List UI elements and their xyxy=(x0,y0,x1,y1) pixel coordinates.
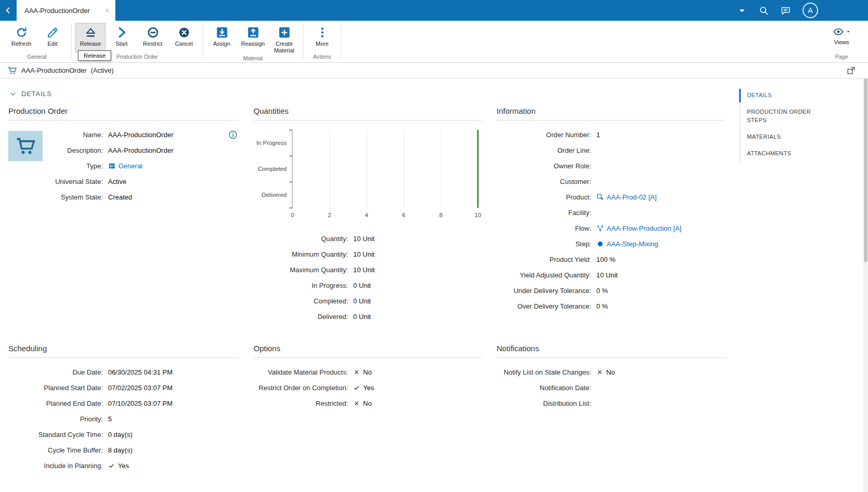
more-icon xyxy=(316,26,329,39)
field-row-planned-end-date: Planned End Date:07/10/2025 03:07 PM xyxy=(8,395,239,411)
field-label: Product Yield: xyxy=(497,256,594,263)
group-label-actions: Actions xyxy=(307,52,337,62)
nav-item-attachments[interactable]: ATTACHMENTS xyxy=(740,145,816,162)
back-button[interactable] xyxy=(0,0,17,21)
field-row-standard-cycle-time: Standard Cycle Time:0 day(s) xyxy=(8,427,239,442)
info-button[interactable] xyxy=(228,130,238,140)
quantities-chart: In ProgressCompletedDelivered 0246810 xyxy=(253,130,482,208)
field-row-facility: Facility: xyxy=(497,205,725,220)
toolbar-button-create-material[interactable]: Create Material xyxy=(269,23,299,54)
vertical-scrollbar[interactable] xyxy=(863,78,868,492)
chart-ytick xyxy=(289,155,292,156)
cross-icon xyxy=(353,369,360,376)
field-row-order-line: Order Line: xyxy=(497,142,725,158)
field-value: 0 % xyxy=(594,287,608,295)
field-value: 0 Unit xyxy=(351,282,371,289)
toolbar-button-reassign[interactable]: Reassign xyxy=(238,23,268,52)
page-title: AAA-ProductionOrder xyxy=(21,67,87,74)
create-material-icon xyxy=(278,26,291,39)
quantities-chart-ylabels: In ProgressCompletedDelivered xyxy=(253,130,292,208)
field-row-completed: Completed:0 Unit xyxy=(253,293,482,309)
nav-item-production-order-steps[interactable]: PRODUCTION ORDER STEPS xyxy=(740,104,816,129)
toolbar-button-label: Release xyxy=(80,41,101,47)
panel-title: Scheduling xyxy=(8,344,239,358)
topbar-dropdown-button[interactable] xyxy=(737,6,747,16)
field-row-in-progress: In Progress:0 Unit xyxy=(253,277,482,293)
group-label-material: Material xyxy=(207,54,299,64)
chart-xtick-label: 8 xyxy=(439,212,442,218)
field-row-description: Description:AAA-ProductionOrder xyxy=(8,142,239,158)
titlebar: AAA-ProductionOrder (Active) xyxy=(0,63,868,78)
close-icon xyxy=(104,8,110,14)
field-row-type: Type:General xyxy=(8,158,239,174)
field-row-due-date: Due Date:06/30/2025 04:31 PM xyxy=(8,364,239,380)
field-label: Owner Role: xyxy=(497,162,594,170)
scrollbar-thumb[interactable] xyxy=(864,79,867,262)
toolbar-button-more[interactable]: More xyxy=(307,23,337,52)
field-row-over-delivery-tolerance: Over Delivery Tolerance:0 % xyxy=(497,298,725,314)
toolbar-button-label: Cancel xyxy=(175,41,193,47)
toolbar-group-actions: MoreActions xyxy=(305,21,339,62)
toolbar-group-general: RefreshEditGeneral xyxy=(4,21,70,62)
field-label: Over Delivery Tolerance: xyxy=(497,302,594,310)
field-value: 0 Unit xyxy=(351,297,371,305)
product-icon xyxy=(596,193,604,201)
link-general[interactable]: General xyxy=(108,162,142,170)
field-value: Created xyxy=(106,193,132,201)
field-label: Priority: xyxy=(8,415,106,423)
field-value: 5 xyxy=(106,415,112,423)
toolbar-button-start[interactable]: Start xyxy=(106,23,137,52)
toolbar-button-views[interactable]: Views xyxy=(826,23,857,52)
release-tooltip: Release xyxy=(78,50,111,61)
field-row-flow: Flow:AAA-Flow-Production [A] xyxy=(497,220,725,236)
topbar: AAA-ProductionOrder A xyxy=(0,0,868,21)
field-label: Step: xyxy=(497,240,594,248)
toolbar-button-release[interactable]: Release xyxy=(75,23,105,52)
chat-button[interactable] xyxy=(781,6,791,16)
chat-icon xyxy=(781,6,791,16)
panel-quantities: Quantities In ProgressCompletedDelivered… xyxy=(253,107,482,324)
field-label: Due Date: xyxy=(8,368,106,376)
link-aaa-prod-02-a[interactable]: AAA-Prod-02 [A] xyxy=(596,193,657,201)
field-row-yield-adjusted-quantity: Yield Adjusted Quantity:10 Unit xyxy=(497,267,725,283)
group-label-page: Page xyxy=(835,52,848,62)
nav-item-materials[interactable]: MATERIALS xyxy=(740,129,816,145)
group-separator xyxy=(303,23,303,60)
link-aaa-flow-production-a[interactable]: AAA-Flow-Production [A] xyxy=(596,224,682,232)
chart-ytick xyxy=(289,129,292,130)
toolbar-button-assign[interactable]: Assign xyxy=(207,23,237,52)
search-button[interactable] xyxy=(759,6,769,16)
nav-item-details[interactable]: DETAILS xyxy=(740,87,816,104)
toolbar-button-cancel[interactable]: Cancel xyxy=(169,23,199,52)
panel-production-order: Production Order Name:AAA-ProductionOrde… xyxy=(8,107,239,324)
toolbar-button-edit[interactable]: Edit xyxy=(37,23,68,52)
chart-category-label: Completed xyxy=(258,166,287,172)
toolbar: RefreshEditGeneralReleaseStartRestrictCa… xyxy=(0,21,868,63)
field-row-owner-role: Owner Role: xyxy=(497,158,725,174)
tab-production-order[interactable]: AAA-ProductionOrder xyxy=(17,0,115,21)
field-label: Completed: xyxy=(253,297,351,305)
back-icon xyxy=(4,6,13,15)
cross-icon xyxy=(596,369,603,376)
field-row-minimum-quantity: Minimum Quantity:10 Unit xyxy=(253,246,482,262)
field-value: No xyxy=(351,400,372,407)
field-value: Yes xyxy=(106,462,129,470)
field-value: No xyxy=(594,368,615,376)
toolbar-button-label: Restrict xyxy=(143,41,162,47)
field-row-product: Product:AAA-Prod-02 [A] xyxy=(497,189,725,205)
avatar[interactable]: A xyxy=(803,3,818,18)
group-separator xyxy=(203,23,203,60)
field-row-restricted: Restricted:No xyxy=(253,395,482,411)
quantities-chart-plot: 0246810 xyxy=(292,130,478,208)
toolbar-button-restrict[interactable]: Restrict xyxy=(138,23,168,52)
toolbar-button-refresh[interactable]: Refresh xyxy=(6,23,36,52)
link-aaa-step-mixing[interactable]: AAA-Step-Mixing xyxy=(596,240,658,248)
chart-target-line xyxy=(477,130,479,208)
panel-title: Quantities xyxy=(253,107,482,121)
tab-close-icon[interactable] xyxy=(104,8,110,14)
field-label: Validate Material Products: xyxy=(253,368,351,376)
expand-button[interactable] xyxy=(847,66,856,75)
toolbar-button-label: Views xyxy=(834,39,849,46)
field-value: 100 % xyxy=(594,256,616,263)
cross-icon xyxy=(353,400,360,407)
